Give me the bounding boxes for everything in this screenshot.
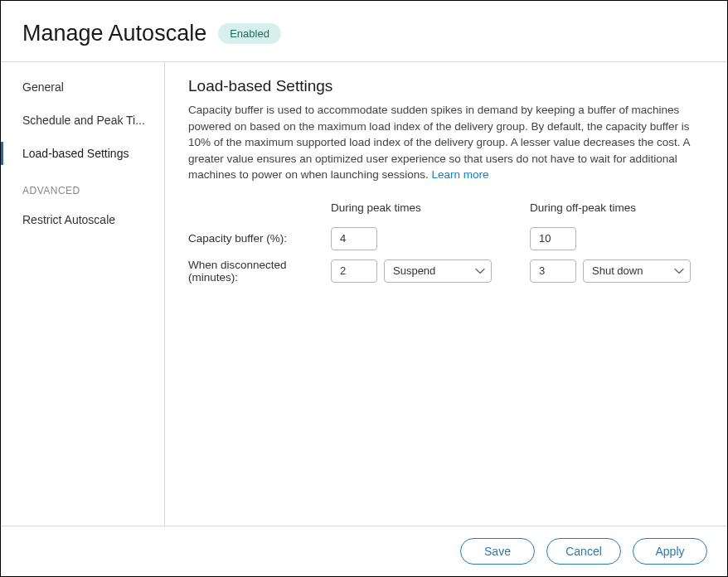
sidebar: General Schedule and Peak Ti... Load-bas… <box>1 62 165 526</box>
apply-button[interactable]: Apply <box>633 538 707 565</box>
sidebar-item-load-based[interactable]: Load-based Settings <box>1 137 164 170</box>
learn-more-link[interactable]: Learn more <box>431 168 488 181</box>
sidebar-item-schedule[interactable]: Schedule and Peak Ti... <box>1 104 164 137</box>
cell-capacity-offpeak <box>530 227 696 250</box>
settings-grid: During peak times During off-peak times … <box>188 201 704 284</box>
cancel-button[interactable]: Cancel <box>546 538 621 565</box>
select-value: Suspend <box>393 264 435 277</box>
content-description: Capacity buffer is used to accommodate s… <box>188 102 704 183</box>
column-header-peak: During peak times <box>331 201 497 219</box>
sidebar-item-restrict-autoscale[interactable]: Restrict Autoscale <box>1 203 164 236</box>
dialog-footer: Save Cancel Apply <box>1 526 727 576</box>
capacity-buffer-peak-input[interactable] <box>331 227 377 250</box>
sidebar-item-general[interactable]: General <box>1 70 164 104</box>
save-button[interactable]: Save <box>460 538 535 565</box>
dialog-header: Manage Autoscale Enabled <box>1 1 727 62</box>
cell-disconnected-peak: Suspend <box>331 259 497 283</box>
row-label-capacity-buffer: Capacity buffer (%): <box>188 232 331 245</box>
disconnected-peak-action-select[interactable]: Suspend <box>384 259 492 283</box>
content-title: Load-based Settings <box>188 77 704 95</box>
disconnected-offpeak-action-select[interactable]: Shut down <box>583 259 691 283</box>
content-pane: Load-based Settings Capacity buffer is u… <box>165 62 727 526</box>
capacity-buffer-offpeak-input[interactable] <box>530 227 576 250</box>
sidebar-section-advanced: ADVANCED <box>1 170 164 203</box>
column-header-offpeak: During off-peak times <box>530 201 696 219</box>
status-badge: Enabled <box>218 23 281 44</box>
page-title: Manage Autoscale <box>22 21 206 46</box>
cell-capacity-peak <box>331 227 497 250</box>
disconnected-offpeak-minutes-input[interactable] <box>530 259 576 283</box>
cell-disconnected-offpeak: Shut down <box>530 259 696 283</box>
disconnected-peak-minutes-input[interactable] <box>331 259 377 283</box>
row-label-when-disconnected: When disconnected (minutes): <box>188 259 331 284</box>
dialog-body: General Schedule and Peak Ti... Load-bas… <box>1 62 727 526</box>
select-value: Shut down <box>592 264 643 277</box>
